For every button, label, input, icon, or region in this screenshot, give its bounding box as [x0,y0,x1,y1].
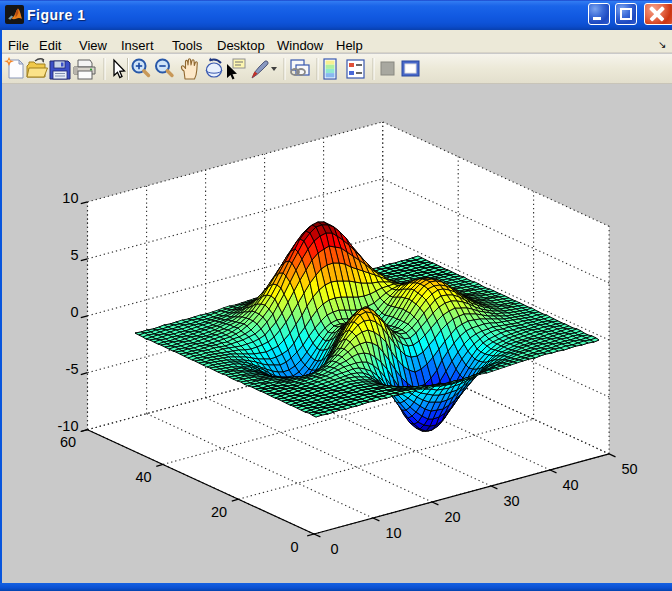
svg-text:50: 50 [622,461,638,477]
svg-text:0: 0 [330,541,338,557]
svg-text:20: 20 [211,504,227,520]
svg-text:30: 30 [504,493,520,509]
svg-text:60: 60 [60,434,76,450]
svg-text:-10: -10 [58,418,79,434]
svg-text:0: 0 [290,539,298,555]
svg-text:5: 5 [70,247,78,263]
svg-text:40: 40 [135,469,151,485]
svg-text:-5: -5 [66,361,79,377]
svg-text:10: 10 [62,190,78,206]
svg-text:10: 10 [385,525,401,541]
svg-text:20: 20 [445,509,461,525]
svg-text:0: 0 [70,304,78,320]
svg-text:40: 40 [563,477,579,493]
